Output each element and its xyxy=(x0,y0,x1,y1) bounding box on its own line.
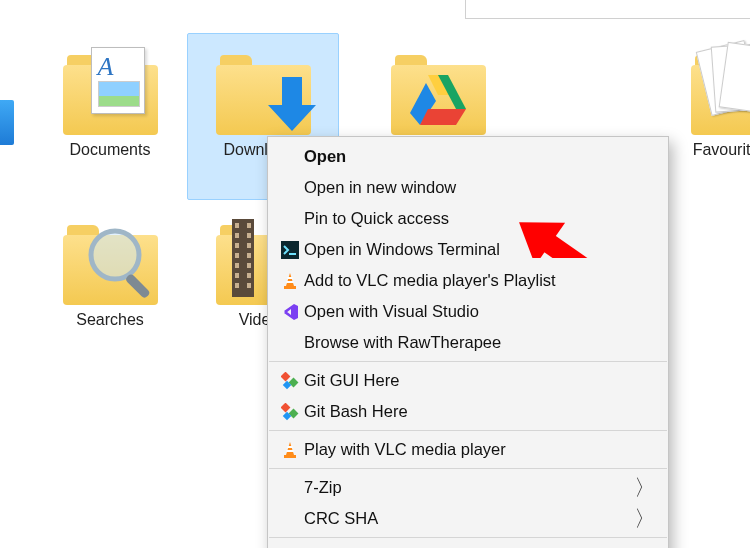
svg-point-6 xyxy=(91,231,139,279)
folder-favourites[interactable]: Favourites xyxy=(655,55,750,159)
git-icon xyxy=(276,403,304,421)
svg-rect-15 xyxy=(281,372,290,381)
download-arrow-icon xyxy=(266,77,318,137)
menu-open-windows-terminal[interactable]: Open in Windows Terminal xyxy=(268,234,668,265)
submenu-arrow-icon: 〉 xyxy=(628,473,656,503)
menu-git-gui-here[interactable]: Git GUI Here xyxy=(268,365,668,396)
svg-rect-22 xyxy=(284,455,296,458)
svg-marker-0 xyxy=(268,77,316,131)
menu-vlc-add-playlist[interactable]: Add to VLC media player's Playlist xyxy=(268,265,668,296)
svg-rect-18 xyxy=(281,403,290,412)
svg-marker-21 xyxy=(286,442,294,455)
submenu-arrow-icon: 〉 xyxy=(628,504,656,534)
svg-rect-23 xyxy=(288,446,293,448)
visual-studio-icon xyxy=(276,303,304,321)
menu-browse-rawtherapee[interactable]: Browse with RawTherapee xyxy=(268,327,668,358)
menu-git-bash-here[interactable]: Git Bash Here xyxy=(268,396,668,427)
svg-rect-7 xyxy=(124,273,150,299)
document-icon: A xyxy=(91,47,145,114)
google-drive-icon xyxy=(408,73,468,128)
menu-open[interactable]: Open xyxy=(268,141,668,172)
film-strip-icon xyxy=(232,219,254,297)
menu-pin-quick-access[interactable]: Pin to Quick access xyxy=(268,203,668,234)
blue-strip xyxy=(0,100,14,145)
toolbar-divider xyxy=(465,0,750,19)
menu-separator xyxy=(269,468,667,469)
context-menu: Open Open in new window Pin to Quick acc… xyxy=(267,136,669,548)
menu-open-visual-studio[interactable]: Open with Visual Studio xyxy=(268,296,668,327)
svg-rect-12 xyxy=(288,277,293,279)
svg-rect-13 xyxy=(287,281,294,283)
svg-rect-11 xyxy=(284,286,296,289)
svg-marker-10 xyxy=(286,273,294,286)
folder-label: Documents xyxy=(35,141,185,159)
menu-crc-sha[interactable]: CRC SHA 〉 xyxy=(268,503,668,534)
svg-rect-8 xyxy=(281,241,299,259)
menu-separator xyxy=(269,430,667,431)
menu-7zip[interactable]: 7-Zip 〉 xyxy=(268,472,668,503)
magnifier-icon xyxy=(81,221,163,306)
menu-separator xyxy=(269,537,667,538)
vlc-icon xyxy=(276,441,304,459)
menu-open-new-window[interactable]: Open in new window xyxy=(268,172,668,203)
menu-scan-defender[interactable]: Scan with Microsoft Defender... xyxy=(268,541,668,548)
menu-separator xyxy=(269,361,667,362)
windows-terminal-icon xyxy=(276,241,304,259)
svg-marker-5 xyxy=(420,109,466,125)
folder-label: Favourites xyxy=(655,141,750,159)
vlc-icon xyxy=(276,272,304,290)
svg-marker-14 xyxy=(284,304,298,320)
folder-documents[interactable]: A Documents xyxy=(35,55,185,159)
folder-searches[interactable]: Searches xyxy=(35,225,185,329)
menu-vlc-play[interactable]: Play with VLC media player xyxy=(268,434,668,465)
svg-rect-24 xyxy=(287,450,294,452)
folder-label: Searches xyxy=(35,311,185,329)
git-icon xyxy=(276,372,304,390)
